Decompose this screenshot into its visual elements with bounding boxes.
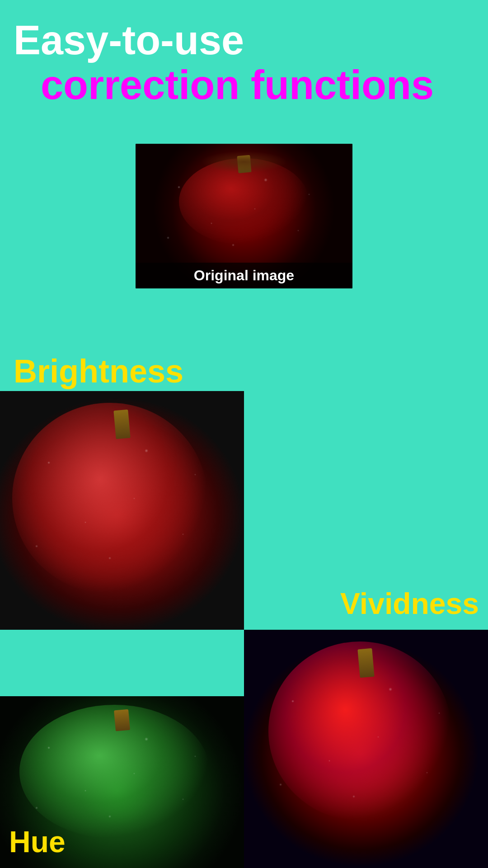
brightness-apple <box>0 391 244 630</box>
apple-stem <box>237 155 251 173</box>
vividness-apple <box>244 630 488 868</box>
original-image-label: Original image <box>136 263 352 288</box>
vividness-cell <box>244 630 488 868</box>
hue-label: Hue <box>9 825 66 859</box>
header-section: Easy-to-use correction functions <box>0 0 488 117</box>
original-image-box: Original image <box>136 144 352 288</box>
header-line2: correction functions <box>14 63 474 108</box>
brightness-stem <box>113 410 131 439</box>
hue-stem <box>114 709 130 731</box>
vividness-label: Vividness <box>340 586 479 621</box>
vividness-label-cell: Vividness <box>244 391 488 630</box>
original-image-section: Original image <box>0 144 488 288</box>
brightness-label: Brightness <box>14 353 183 390</box>
vividness-stem <box>357 648 375 678</box>
header-line1: Easy-to-use <box>14 18 474 63</box>
brightness-cell <box>0 391 244 630</box>
